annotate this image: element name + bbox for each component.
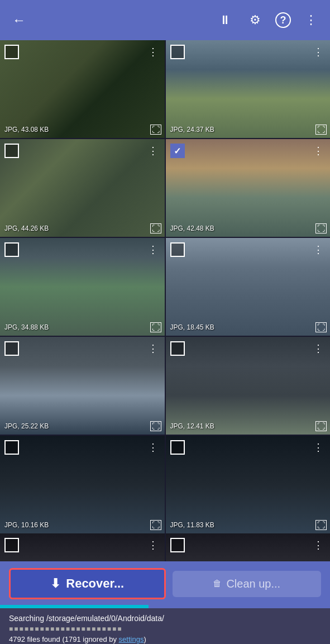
file-info: JPG, 12.41 KB xyxy=(170,422,214,430)
redacted-text: ■■■■■■■■■■■■■■■■■■■■■■ xyxy=(9,625,321,633)
back-button[interactable] xyxy=(9,10,29,30)
list-item: ⋮JPG, 34.88 KB⛶ xyxy=(0,238,165,336)
item-menu-button[interactable]: ⋮ xyxy=(311,538,326,552)
expand-icon[interactable]: ⛶ xyxy=(150,223,161,233)
list-item: ⋮JPG, 12.41 KB⛶ xyxy=(166,337,331,435)
app-bar-right: ? xyxy=(215,10,321,30)
close-paren: ) xyxy=(144,635,146,643)
files-found: 4792 files found (1791 ignored by settin… xyxy=(9,635,321,643)
item-checkbox[interactable] xyxy=(170,538,185,552)
cleanup-label: Clean up... xyxy=(226,578,280,590)
list-item: ⋮JPG, 43.08 KB⛶ xyxy=(0,40,165,138)
file-info: JPG, 18.45 KB xyxy=(170,323,214,331)
settings-button[interactable] xyxy=(245,10,265,30)
file-info: JPG, 42.48 KB xyxy=(170,225,214,232)
more-menu-button[interactable] xyxy=(301,10,321,30)
item-checkbox[interactable] xyxy=(170,242,185,257)
settings-link[interactable]: settings xyxy=(119,635,144,643)
item-checkbox[interactable] xyxy=(4,538,19,552)
list-item: ⋮ xyxy=(166,533,331,561)
item-checkbox[interactable] xyxy=(4,242,19,257)
item-menu-button[interactable]: ⋮ xyxy=(311,144,326,158)
item-menu-button[interactable]: ⋮ xyxy=(311,341,326,356)
app-bar: ? xyxy=(0,0,330,40)
expand-icon[interactable]: ⛶ xyxy=(315,520,327,530)
image-grid: ⋮JPG, 43.08 KB⛶⋮JPG, 24.37 KB⛶⋮JPG, 44.2… xyxy=(0,40,330,533)
expand-icon[interactable]: ⛶ xyxy=(315,322,327,332)
progress-bar xyxy=(0,605,149,608)
item-menu-button[interactable]: ⋮ xyxy=(146,242,160,257)
list-item: ⋮JPG, 25.22 KB⛶ xyxy=(0,337,165,435)
partial-row: ⋮ ⋮ xyxy=(0,533,330,561)
item-checkbox[interactable] xyxy=(4,144,19,158)
expand-icon[interactable]: ⛶ xyxy=(150,322,161,332)
pause-button[interactable] xyxy=(215,10,235,30)
file-info: JPG, 34.88 KB xyxy=(4,323,49,331)
item-menu-button[interactable]: ⋮ xyxy=(311,45,326,59)
cleanup-button[interactable]: 🗑 Clean up... xyxy=(173,571,322,597)
app-bar-left xyxy=(9,10,29,30)
expand-icon[interactable]: ⛶ xyxy=(150,125,161,135)
item-checkbox[interactable]: ✓ xyxy=(170,144,185,158)
status-bar: Searching /storage/emulated/0/Android/da… xyxy=(0,608,330,644)
item-checkbox[interactable] xyxy=(170,440,185,455)
list-item: ⋮JPG, 11.83 KB⛶ xyxy=(166,436,331,533)
recover-button[interactable]: ⬇ Recover... xyxy=(9,568,166,599)
item-menu-button[interactable]: ⋮ xyxy=(146,538,160,552)
file-info: JPG, 24.37 KB xyxy=(170,126,214,133)
expand-icon[interactable]: ⛶ xyxy=(315,125,327,135)
item-menu-button[interactable]: ⋮ xyxy=(146,341,160,356)
item-menu-button[interactable]: ⋮ xyxy=(311,242,326,257)
recover-icon: ⬇ xyxy=(50,576,60,591)
file-info: JPG, 25.22 KB xyxy=(4,422,49,430)
cleanup-icon: 🗑 xyxy=(213,579,222,589)
list-item: ⋮JPG, 18.45 KB⛶ xyxy=(166,238,331,336)
progress-area xyxy=(0,605,330,608)
file-info: JPG, 44.26 KB xyxy=(4,225,49,232)
list-item: ⋮JPG, 24.37 KB⛶ xyxy=(166,40,331,138)
search-path: Searching /storage/emulated/0/Android/da… xyxy=(9,614,321,623)
expand-icon[interactable]: ⛶ xyxy=(315,421,327,431)
item-checkbox[interactable] xyxy=(4,440,19,455)
item-checkbox[interactable] xyxy=(170,45,185,59)
file-info: JPG, 11.83 KB xyxy=(170,521,214,529)
files-count: 4792 files found (1791 ignored by xyxy=(9,635,119,643)
item-menu-button[interactable]: ⋮ xyxy=(146,440,160,455)
item-menu-button[interactable]: ⋮ xyxy=(146,144,160,158)
bottom-bar: ⬇ Recover... 🗑 Clean up... xyxy=(0,561,330,605)
item-checkbox[interactable] xyxy=(4,45,19,59)
file-info: JPG, 10.16 KB xyxy=(4,521,49,529)
list-item: ⋮JPG, 10.16 KB⛶ xyxy=(0,436,165,533)
item-checkbox[interactable] xyxy=(170,341,185,356)
list-item: ✓⋮JPG, 42.48 KB⛶ xyxy=(166,139,331,237)
item-menu-button[interactable]: ⋮ xyxy=(311,440,326,455)
list-item: ⋮JPG, 44.26 KB⛶ xyxy=(0,139,165,237)
list-item: ⋮ xyxy=(0,533,165,561)
file-info: JPG, 43.08 KB xyxy=(4,126,49,133)
expand-icon[interactable]: ⛶ xyxy=(150,421,161,431)
item-menu-button[interactable]: ⋮ xyxy=(146,45,160,59)
item-checkbox[interactable] xyxy=(4,341,19,356)
help-button[interactable]: ? xyxy=(275,12,291,28)
recover-label: Recover... xyxy=(66,576,124,591)
expand-icon[interactable]: ⛶ xyxy=(150,520,161,530)
expand-icon[interactable]: ⛶ xyxy=(315,223,327,233)
